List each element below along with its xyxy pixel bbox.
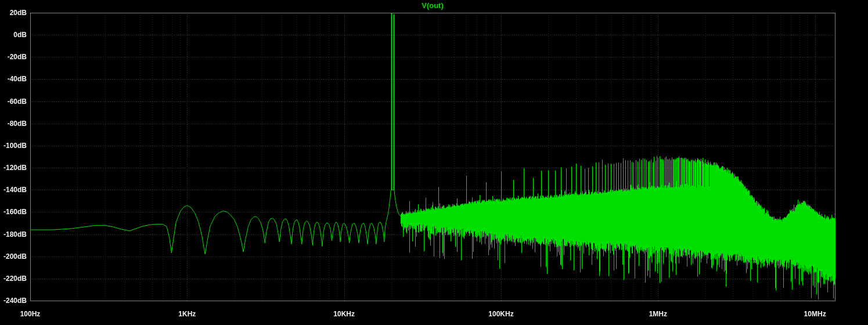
- x-tick-label: 10KHz: [333, 310, 355, 318]
- x-axis-labels[interactable]: 100Hz1KHz10KHz100KHz1MHz10MHz: [0, 308, 868, 322]
- y-tick-label: 0dB: [0, 31, 27, 39]
- x-tick-label: 1MHz: [649, 310, 667, 318]
- trace-label[interactable]: V(out): [422, 1, 444, 10]
- x-tick-label: 10MHz: [804, 310, 826, 318]
- y-tick-label: -80dB: [0, 120, 27, 128]
- plot-canvas[interactable]: [0, 0, 868, 325]
- y-tick-label: -40dB: [0, 75, 27, 83]
- y-tick-label: -140dB: [0, 186, 27, 194]
- y-tick-label: -20dB: [0, 53, 27, 61]
- y-tick-label: -120dB: [0, 164, 27, 172]
- x-tick-label: 1KHz: [178, 310, 196, 318]
- x-tick-label: 100Hz: [20, 310, 41, 318]
- x-tick-label: 100KHz: [488, 310, 513, 318]
- y-axis-labels[interactable]: 20dB0dB-20dB-40dB-60dB-80dB-100dB-120dB-…: [0, 0, 28, 325]
- y-tick-label: -220dB: [0, 275, 27, 283]
- y-tick-label: -180dB: [0, 230, 27, 239]
- y-tick-label: 20dB: [0, 9, 27, 17]
- y-tick-label: -100dB: [0, 142, 27, 150]
- y-tick-label: -160dB: [0, 208, 27, 216]
- waveform-viewer: V(out) 20dB0dB-20dB-40dB-60dB-80dB-100dB…: [0, 0, 868, 325]
- y-tick-label: -240dB: [0, 297, 27, 305]
- y-tick-label: -60dB: [0, 98, 27, 106]
- y-tick-label: -200dB: [0, 252, 27, 261]
